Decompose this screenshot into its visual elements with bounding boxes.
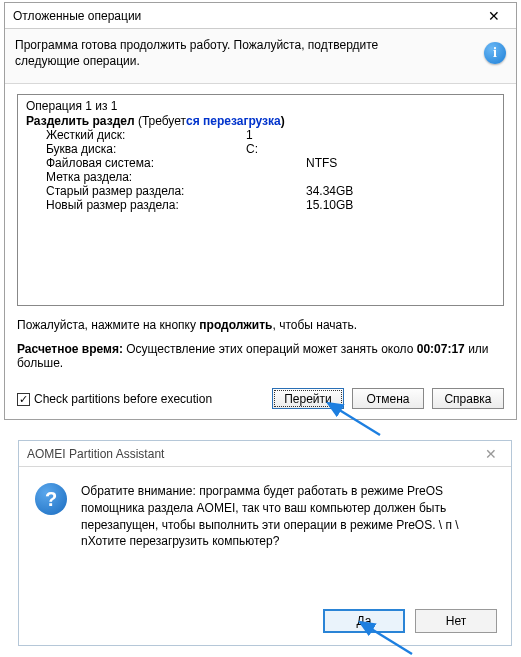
row-value bbox=[246, 170, 386, 184]
table-row: Метка раздела: bbox=[46, 170, 495, 184]
msg-post: , чтобы начать. bbox=[273, 318, 358, 332]
row-label: Жесткий диск: bbox=[46, 128, 246, 142]
question-icon: ? bbox=[35, 483, 67, 515]
op-req-prefix: (Требует bbox=[135, 114, 186, 128]
row-value: 34.34GB bbox=[246, 184, 386, 198]
titlebar[interactable]: AOMEI Partition Assistant ✕ bbox=[19, 441, 511, 467]
row-label: Метка раздела: bbox=[46, 170, 246, 184]
cancel-button[interactable]: Отмена bbox=[352, 388, 424, 409]
est-time: 00:07:17 bbox=[417, 342, 465, 356]
checkbox-icon[interactable]: ✓ bbox=[17, 393, 30, 406]
operation-title-row: Разделить раздел (Требуется перезагрузка… bbox=[26, 114, 495, 128]
close-icon[interactable]: ✕ bbox=[471, 441, 511, 467]
row-label: Старый размер раздела: bbox=[46, 184, 246, 198]
header-strip: Программа готова продолжить работу. Пожа… bbox=[5, 29, 516, 84]
confirm-restart-dialog: AOMEI Partition Assistant ✕ ? Обратите в… bbox=[18, 440, 512, 646]
estimated-time: Расчетное время: Осуществление этих опер… bbox=[17, 342, 504, 370]
row-label: Новый размер раздела: bbox=[46, 198, 246, 212]
proceed-button[interactable]: Перейти bbox=[272, 388, 344, 409]
op-req-suffix: ) bbox=[281, 114, 285, 128]
help-button[interactable]: Справка bbox=[432, 388, 504, 409]
operation-details: Жесткий диск:1 Буква диска:C: Файловая с… bbox=[26, 128, 495, 212]
table-row: Новый размер раздела:15.10GB bbox=[46, 198, 495, 212]
close-icon[interactable]: ✕ bbox=[472, 3, 516, 29]
titlebar[interactable]: Отложенные операции ✕ bbox=[5, 3, 516, 29]
operation-name: Разделить раздел bbox=[26, 114, 135, 128]
content-area: Операция 1 из 1 Разделить раздел (Требуе… bbox=[5, 84, 516, 416]
window-title: AOMEI Partition Assistant bbox=[27, 447, 164, 461]
msg-bold: продолжить bbox=[199, 318, 272, 332]
row-label: Файловая система: bbox=[46, 156, 246, 170]
row-label: Буква диска: bbox=[46, 142, 246, 156]
button-row: Да Нет bbox=[323, 609, 497, 633]
pending-operations-dialog: Отложенные операции ✕ Программа готова п… bbox=[4, 2, 517, 420]
yes-button[interactable]: Да bbox=[323, 609, 405, 633]
table-row: Файловая система:NTFS bbox=[46, 156, 495, 170]
row-value: 1 bbox=[246, 128, 386, 142]
window-title: Отложенные операции bbox=[13, 9, 141, 23]
row-value: 15.10GB bbox=[246, 198, 386, 212]
est-text: Осуществление этих операций может занять… bbox=[123, 342, 417, 356]
table-row: Буква диска:C: bbox=[46, 142, 495, 156]
operation-count: Операция 1 из 1 bbox=[26, 99, 495, 113]
header-text: Программа готова продолжить работу. Пожа… bbox=[15, 37, 445, 69]
checkbox-label: Check partitions before execution bbox=[34, 392, 212, 406]
instruction-text: Пожалуйста, нажмите на кнопку продолжить… bbox=[17, 318, 504, 332]
msg-pre: Пожалуйста, нажмите на кнопку bbox=[17, 318, 199, 332]
no-button[interactable]: Нет bbox=[415, 609, 497, 633]
table-row: Старый размер раздела:34.34GB bbox=[46, 184, 495, 198]
est-label: Расчетное время: bbox=[17, 342, 123, 356]
row-value: C: bbox=[246, 142, 386, 156]
row-value: NTFS bbox=[246, 156, 386, 170]
info-icon: i bbox=[484, 42, 506, 64]
table-row: Жесткий диск:1 bbox=[46, 128, 495, 142]
restart-required-link[interactable]: ся перезагрузка bbox=[186, 114, 281, 128]
message-text: Обратите внимание: программа будет работ… bbox=[81, 483, 481, 550]
message-body: ? Обратите внимание: программа будет раб… bbox=[19, 467, 511, 560]
button-row: Перейти Отмена Справка bbox=[272, 388, 504, 409]
operations-list: Операция 1 из 1 Разделить раздел (Требуе… bbox=[17, 94, 504, 306]
